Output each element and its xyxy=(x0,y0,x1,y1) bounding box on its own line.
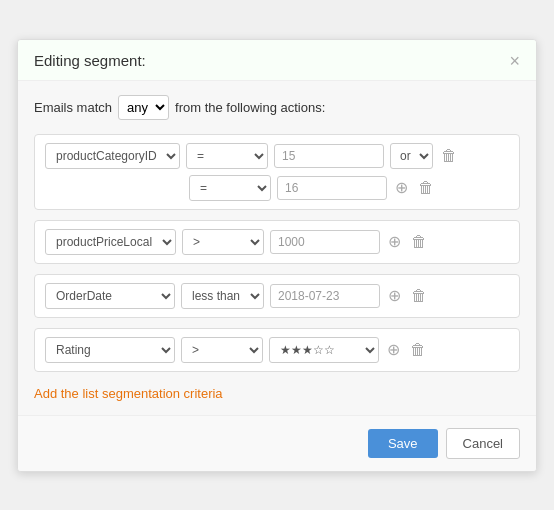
delete-button-3[interactable]: 🗑 xyxy=(409,234,429,250)
value-input-3[interactable] xyxy=(270,230,380,254)
close-button[interactable]: × xyxy=(509,52,520,70)
modal: Editing segment: × Emails match any from… xyxy=(17,39,537,472)
match-suffix: from the following actions: xyxy=(175,100,325,115)
value-input-2[interactable] xyxy=(277,176,387,200)
op-select-4[interactable]: less than xyxy=(181,283,264,309)
criteria-group-4: Rating > ★★★☆☆ ⊕ 🗑 xyxy=(34,328,520,372)
delete-button-2[interactable]: 🗑 xyxy=(416,180,436,196)
field-select-1[interactable]: productCategoryID xyxy=(45,143,180,169)
delete-button-5[interactable]: 🗑 xyxy=(408,342,428,358)
op-select-1[interactable]: = xyxy=(186,143,268,169)
field-select-3[interactable]: productPriceLocal xyxy=(45,229,176,255)
connector-select-1[interactable]: or xyxy=(390,143,433,169)
table-row: productPriceLocal > ⊕ 🗑 xyxy=(45,229,509,255)
add-button-5[interactable]: ⊕ xyxy=(385,342,402,358)
table-row: productCategoryID = or 🗑 xyxy=(45,143,509,169)
save-button[interactable]: Save xyxy=(368,429,438,458)
modal-title: Editing segment: xyxy=(34,52,146,69)
modal-body: Emails match any from the following acti… xyxy=(18,81,536,415)
field-select-5[interactable]: Rating xyxy=(45,337,175,363)
match-row: Emails match any from the following acti… xyxy=(34,95,520,120)
criteria-group-2: productPriceLocal > ⊕ 🗑 xyxy=(34,220,520,264)
delete-button-1[interactable]: 🗑 xyxy=(439,148,459,164)
delete-button-4[interactable]: 🗑 xyxy=(409,288,429,304)
op-select-3[interactable]: > xyxy=(182,229,264,255)
field-select-4[interactable]: OrderDate xyxy=(45,283,175,309)
match-any-select[interactable]: any xyxy=(118,95,169,120)
value-input-4[interactable] xyxy=(270,284,380,308)
match-prefix: Emails match xyxy=(34,100,112,115)
add-criteria-link[interactable]: Add the list segmentation criteria xyxy=(34,386,223,401)
add-button-2[interactable]: ⊕ xyxy=(393,180,410,196)
table-row: Rating > ★★★☆☆ ⊕ 🗑 xyxy=(45,337,509,363)
value-select-5[interactable]: ★★★☆☆ xyxy=(269,337,379,363)
op-select-5[interactable]: > xyxy=(181,337,263,363)
table-row: = ⊕ 🗑 xyxy=(45,175,509,201)
cancel-button[interactable]: Cancel xyxy=(446,428,520,459)
add-button-3[interactable]: ⊕ xyxy=(386,234,403,250)
criteria-group-1: productCategoryID = or 🗑 = ⊕ 🗑 xyxy=(34,134,520,210)
value-input-1[interactable] xyxy=(274,144,384,168)
add-button-4[interactable]: ⊕ xyxy=(386,288,403,304)
criteria-group-3: OrderDate less than ⊕ 🗑 xyxy=(34,274,520,318)
op-select-2[interactable]: = xyxy=(189,175,271,201)
modal-footer: Save Cancel xyxy=(18,415,536,471)
table-row: OrderDate less than ⊕ 🗑 xyxy=(45,283,509,309)
modal-header: Editing segment: × xyxy=(18,40,536,81)
